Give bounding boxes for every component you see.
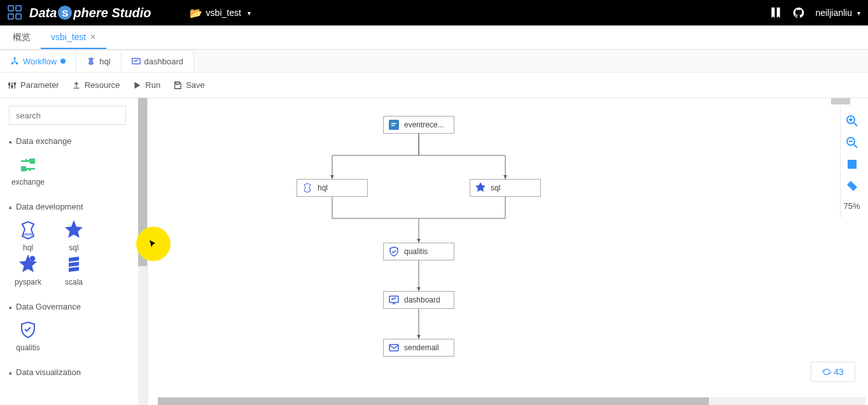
- node-qualitis[interactable]: qualitis: [6, 320, 50, 352]
- category-header[interactable]: ▴Data exchange: [6, 132, 141, 150]
- category-data-governance: ▴Data Governance qualitis: [6, 298, 141, 357]
- svg-rect-8: [21, 166, 26, 171]
- logo-s-icon: S: [58, 6, 72, 20]
- run-button[interactable]: Run: [132, 80, 160, 90]
- app-logo-icon: [8, 5, 23, 20]
- search-input[interactable]: [9, 106, 126, 125]
- tool-label: Parameter: [20, 80, 59, 90]
- flow-node-label: hql: [318, 183, 328, 192]
- subtab-dashboard[interactable]: dashboard: [122, 50, 194, 72]
- spark-sql-icon: [64, 220, 83, 239]
- node-label: scala: [65, 278, 83, 287]
- tab-overview[interactable]: 概览: [3, 25, 41, 49]
- undo-redo-icon: [822, 367, 831, 376]
- parameter-button[interactable]: Parameter: [8, 80, 59, 90]
- node-label: sql: [69, 243, 78, 252]
- project-selector[interactable]: 📂 vsbi_test ▾: [190, 7, 251, 19]
- shield-check-icon: [18, 320, 38, 339]
- save-button[interactable]: Save: [173, 80, 205, 90]
- tool-label: Run: [145, 80, 160, 90]
- topbar: DataSphere Studio 📂 vsbi_test ▾ neiljian…: [0, 0, 868, 25]
- node-pyspark[interactable]: pyspark: [6, 255, 50, 287]
- click-highlight-icon: [136, 227, 171, 261]
- user-menu[interactable]: neiljianliu ▾: [815, 8, 860, 18]
- resource-button[interactable]: Resource: [72, 80, 120, 90]
- svg-point-5: [11, 85, 13, 87]
- bookmark-icon[interactable]: [769, 6, 782, 19]
- category-data-development: ▴Data development HIVE hql sql pyspark s…: [6, 198, 141, 292]
- zoom-value: 75%: [843, 201, 860, 211]
- node-exchange[interactable]: exchange: [6, 155, 50, 187]
- subtab-workflow[interactable]: Workflow: [0, 50, 76, 72]
- flow-node-qualitis[interactable]: qualitis: [383, 243, 454, 260]
- category-label: Data visualization: [16, 367, 81, 377]
- svg-point-0: [13, 57, 16, 60]
- github-icon[interactable]: [792, 6, 805, 19]
- close-icon[interactable]: ✕: [90, 32, 96, 41]
- project-name: vsbi_test: [206, 8, 241, 18]
- svg-point-6: [14, 83, 16, 85]
- category-label: Data exchange: [16, 136, 71, 146]
- dashboard-icon: [389, 295, 399, 305]
- caret-up-icon: ▴: [9, 304, 12, 310]
- tab-vsbi-test[interactable]: vsbi_test ✕: [41, 25, 106, 49]
- category-label: Data development: [16, 202, 83, 211]
- svg-rect-11: [389, 120, 399, 130]
- flow-node-label: sendemail: [404, 343, 439, 352]
- username: neiljianliu: [815, 8, 852, 18]
- flow-node-label: dashboard: [404, 295, 440, 304]
- tool-label: Resource: [85, 80, 120, 90]
- exchange-icon: [18, 155, 38, 174]
- category-data-exchange: ▴Data exchange exchange: [6, 132, 141, 192]
- svg-rect-16: [848, 160, 857, 169]
- flow-node-sql[interactable]: sql: [470, 179, 541, 197]
- svg-point-4: [8, 83, 10, 85]
- category-data-visualization: ▴Data visualization: [6, 364, 141, 381]
- dashboard-icon: [132, 57, 141, 66]
- flow-node-dashboard[interactable]: dashboard: [383, 291, 454, 309]
- subtab-label: dashboard: [144, 57, 183, 66]
- category-header[interactable]: ▴Data development: [6, 198, 141, 215]
- svg-rect-13: [389, 345, 398, 351]
- canvas-scrollbar-top[interactable]: [831, 98, 850, 104]
- history-count: 43: [834, 367, 844, 377]
- svg-text:HIVE: HIVE: [24, 232, 32, 236]
- hive-icon: [302, 183, 312, 193]
- flow-node-label: qualitis: [404, 247, 428, 256]
- category-header[interactable]: ▴Data visualization: [6, 364, 141, 381]
- zoom-out-icon[interactable]: [846, 136, 858, 149]
- format-icon[interactable]: [846, 180, 858, 192]
- shield-check-icon: [389, 246, 399, 257]
- zoom-in-icon[interactable]: [846, 115, 858, 127]
- category-header[interactable]: ▴Data Governance: [6, 298, 141, 315]
- history-count-badge[interactable]: 43: [811, 362, 855, 382]
- spark-sql-icon: [475, 183, 486, 193]
- workflow-canvas[interactable]: eventrece... hql sql qualitis dashboard …: [148, 98, 868, 405]
- node-label: exchange: [11, 178, 45, 187]
- flow-edges: [148, 98, 868, 405]
- caret-up-icon: ▴: [9, 204, 12, 210]
- node-palette-sidebar: ▴Data exchange exchange ▴Data developmen…: [0, 98, 148, 405]
- cursor-icon: [148, 239, 158, 249]
- flow-node-label: sql: [491, 183, 500, 192]
- canvas-scrollbar-horizontal[interactable]: [158, 397, 865, 405]
- toolbar: Parameter Resource Run Save: [0, 73, 868, 98]
- category-label: Data Governance: [16, 302, 81, 311]
- subtab-label: Workflow: [23, 57, 57, 66]
- subtab-hql[interactable]: hql: [76, 50, 121, 72]
- node-sql[interactable]: sql: [52, 220, 95, 252]
- play-icon: [132, 81, 141, 90]
- top-tabs: 概览 vsbi_test ✕: [0, 25, 868, 50]
- flow-node-eventrece[interactable]: eventrece...: [383, 116, 454, 134]
- flow-node-sendemail[interactable]: sendemail: [383, 339, 454, 357]
- pyspark-icon: [18, 255, 38, 274]
- flow-node-hql[interactable]: hql: [297, 179, 368, 197]
- node-hql[interactable]: HIVE hql: [6, 220, 50, 252]
- flow-node-label: eventrece...: [404, 120, 444, 129]
- save-icon: [173, 81, 182, 90]
- fit-view-icon[interactable]: [846, 158, 858, 171]
- tab-label: vsbi_test: [51, 32, 86, 42]
- node-scala[interactable]: scala: [52, 255, 95, 287]
- upload-icon: [72, 81, 81, 90]
- node-label: pyspark: [15, 278, 41, 287]
